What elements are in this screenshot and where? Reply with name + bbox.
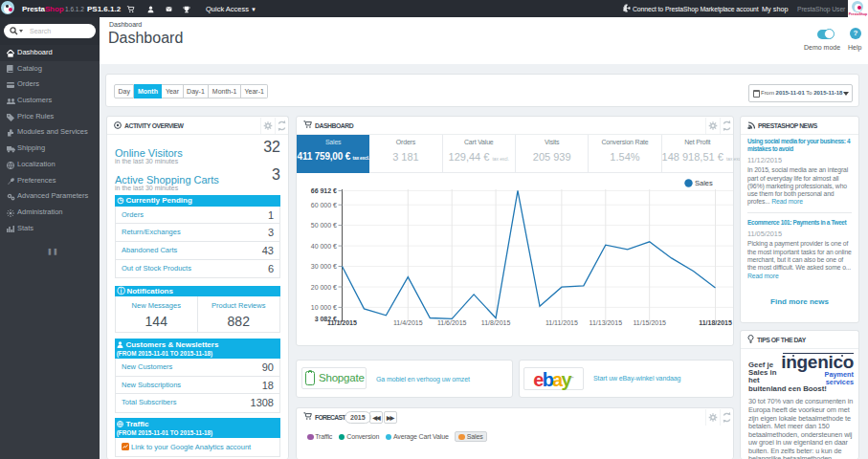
svg-text:11/13/2015: 11/13/2015 bbox=[590, 319, 623, 326]
svg-text:30 000 €: 30 000 € bbox=[311, 263, 337, 270]
svg-text:11/4/2015: 11/4/2015 bbox=[393, 319, 423, 326]
svg-text:11/18/2015: 11/18/2015 bbox=[699, 319, 732, 326]
svg-text:11/1/2015: 11/1/2015 bbox=[327, 319, 357, 326]
svg-text:Sales: Sales bbox=[695, 179, 713, 187]
svg-text:40 000 €: 40 000 € bbox=[311, 243, 337, 250]
svg-text:50 000 €: 50 000 € bbox=[311, 222, 337, 229]
svg-text:11/11/2015: 11/11/2015 bbox=[545, 319, 578, 326]
svg-text:11/8/2015: 11/8/2015 bbox=[481, 319, 511, 326]
svg-text:20 000 €: 20 000 € bbox=[311, 284, 337, 291]
svg-text:11/15/2015: 11/15/2015 bbox=[633, 319, 666, 326]
svg-text:10 000 €: 10 000 € bbox=[311, 304, 337, 311]
svg-text:60 000 €: 60 000 € bbox=[311, 202, 337, 208]
svg-text:11/6/2015: 11/6/2015 bbox=[437, 319, 467, 326]
svg-text:66 912 €: 66 912 € bbox=[311, 187, 337, 194]
